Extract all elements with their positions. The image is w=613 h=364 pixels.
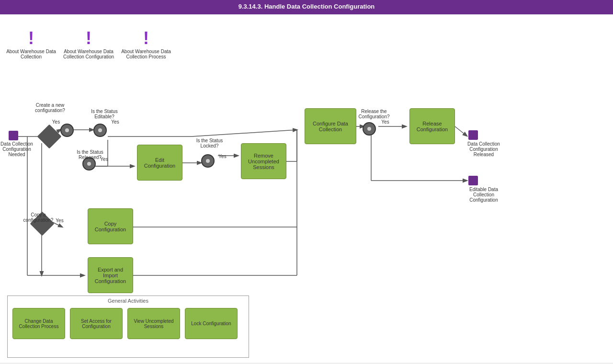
- icon-item-2[interactable]: ! About Warehouse Data Collection Config…: [62, 30, 115, 59]
- icon-item-1[interactable]: ! About Warehouse Data Collection: [5, 30, 57, 59]
- end-node-2: [468, 176, 478, 185]
- exclamation-icon-1: !: [28, 30, 34, 47]
- svg-line-5: [192, 130, 297, 136]
- ga-change-dc[interactable]: Change Data Collection Process: [12, 308, 65, 339]
- icon-label-1: About Warehouse Data Collection: [5, 49, 57, 59]
- label-release-config-q: Release the Configuration?: [352, 109, 396, 119]
- page-title: 9.3.14.3. Handle Data Collection Configu…: [238, 3, 375, 10]
- ga-set-access[interactable]: Set Access for Configuration: [70, 308, 123, 339]
- label-is-locked: Is the Status Locked?: [192, 138, 227, 148]
- yes-label-3: Yes: [98, 157, 110, 162]
- circle-release-config: [363, 122, 376, 136]
- general-activities-title: General Activities: [8, 296, 249, 306]
- circle-is-locked: [201, 154, 215, 168]
- icon-label-2: About Warehouse Data Collection Configur…: [62, 49, 115, 59]
- yes-label-1: Yes: [51, 119, 61, 125]
- diamond-create-new: [37, 125, 62, 149]
- icon-label-3: About Warehouse Data Collection Process: [120, 49, 172, 59]
- yes-label-5: Yes: [379, 119, 391, 125]
- circle-after-diamond1: [60, 124, 74, 137]
- ga-view-uncompleted[interactable]: View Uncompleted Sessions: [127, 308, 180, 339]
- export-import-box[interactable]: Export and Import Configuration: [88, 257, 133, 293]
- label-copy-config-q: Copy a configuration?: [19, 212, 57, 223]
- start-node: [9, 131, 18, 140]
- configure-dc-box[interactable]: Configure Data Collection: [305, 108, 356, 144]
- edit-config-box[interactable]: Edit Configuration: [137, 145, 182, 181]
- exclamation-icon-2: !: [86, 30, 91, 47]
- end-label-2: Editable Data Collection Configuration: [462, 187, 505, 203]
- main-canvas: ! About Warehouse Data Collection ! Abou…: [0, 13, 613, 363]
- svg-line-14: [455, 126, 467, 136]
- icon-item-3[interactable]: ! About Warehouse Data Collection Proces…: [120, 30, 172, 59]
- yes-label-4: Yes: [216, 154, 228, 159]
- release-config-box[interactable]: Release Configuration: [409, 108, 455, 144]
- remove-uncompleted-box[interactable]: Remove Uncompleted Sessions: [241, 143, 286, 179]
- yes-label-2: Yes: [109, 119, 121, 125]
- svg-rect-0: [0, 13, 613, 14]
- copy-config-box[interactable]: Copy Configuration: [88, 208, 133, 244]
- start-label: Data Collection Configuration Needed: [0, 141, 34, 157]
- exclamation-icon-3: !: [143, 30, 149, 47]
- label-is-editable: Is the Status Editable?: [85, 109, 124, 119]
- general-activities-items: Change Data Collection Process Set Acces…: [8, 306, 249, 341]
- end-node-1: [468, 130, 478, 140]
- label-create-new: Create a new configuration?: [30, 102, 70, 113]
- circle-is-editable: [93, 124, 107, 137]
- yes-label-6: Yes: [54, 218, 66, 223]
- title-bar: 9.3.14.3. Handle Data Collection Configu…: [0, 0, 613, 13]
- top-icons: ! About Warehouse Data Collection ! Abou…: [5, 30, 172, 59]
- ga-lock-config[interactable]: Lock Configuration: [185, 308, 238, 339]
- general-activities-panel: General Activities Change Data Collectio…: [7, 296, 249, 358]
- end-label-1: Data Collection Configuration Released: [462, 141, 505, 157]
